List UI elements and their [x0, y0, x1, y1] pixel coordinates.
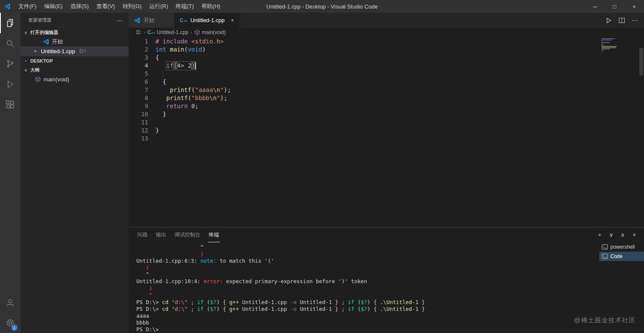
- code-line-12[interactable]: 12}: [129, 126, 644, 135]
- activity-settings-button[interactable]: 1: [0, 313, 20, 333]
- editor-scrollbar[interactable]: [639, 48, 643, 75]
- panel-tab-3[interactable]: 终端: [208, 227, 220, 242]
- terminal-token: $?: [361, 299, 367, 305]
- vscode-icon: [43, 38, 49, 45]
- explorer-icon: [5, 18, 15, 28]
- code-line-11[interactable]: 11: [129, 118, 644, 126]
- split-editor-button[interactable]: [618, 17, 625, 24]
- terminal-token: aaaa: [136, 313, 149, 319]
- terminal-token: -o: [290, 306, 296, 312]
- outline-item-main[interactable]: main(void): [20, 75, 129, 84]
- terminal-output[interactable]: ^ )Untitled-1.cpp:6:3: note: to match th…: [129, 242, 599, 333]
- more-actions-icon[interactable]: ⋯: [117, 17, 123, 24]
- breadcrumb-item-1[interactable]: C++Untitled-1.cpp: [147, 29, 188, 35]
- menu-item-5[interactable]: 运行(R): [145, 0, 172, 13]
- terminal-list-item-1[interactable]: Code: [599, 252, 644, 261]
- menu-item-4[interactable]: 转到(G): [119, 0, 146, 13]
- terminal-token: ): [136, 285, 152, 292]
- minimize-button[interactable]: ─: [585, 0, 605, 13]
- terminal-token: g++: [229, 299, 239, 305]
- new-terminal-button[interactable]: +: [597, 232, 603, 238]
- code-line-6[interactable]: 6 {: [129, 78, 644, 86]
- code-line-1[interactable]: 1# include <stdio.h>: [129, 37, 644, 46]
- terminal-dropdown-button[interactable]: ∨: [608, 232, 614, 238]
- menu-item-3[interactable]: 查看(V): [92, 0, 118, 13]
- panel-tab-bar: 问题输出调试控制台终端: [136, 227, 227, 242]
- terminal-line-7: ^: [136, 292, 599, 299]
- menu-item-0[interactable]: 文件(F): [14, 0, 40, 13]
- terminal-token: .\Untitled-1: [380, 299, 418, 305]
- terminal-token: ^: [136, 244, 204, 250]
- breadcrumb-item-2[interactable]: main(void): [194, 29, 226, 35]
- panel-tab-1[interactable]: 输出: [155, 227, 167, 242]
- code-line-10[interactable]: 10 }: [129, 110, 644, 118]
- code-line-5[interactable]: 5: [129, 70, 644, 78]
- menu-item-7[interactable]: 帮助(H): [198, 0, 224, 13]
- panel-tab-2[interactable]: 调试控制台: [174, 227, 201, 242]
- terminal-token: PS D:\>: [136, 326, 159, 333]
- close-window-button[interactable]: ×: [624, 0, 644, 13]
- breadcrumb-item-0[interactable]: D:: [136, 29, 141, 35]
- code-line-7[interactable]: 7 printf("aaaa\n");: [129, 86, 644, 94]
- minimap[interactable]: [601, 38, 618, 55]
- activity-run-debug-button[interactable]: [0, 74, 20, 95]
- tab-label: Untitled-1.cpp: [190, 17, 224, 23]
- terminal-token: Untitled-1.cpp: [239, 299, 290, 305]
- terminal-token: (: [204, 299, 210, 305]
- code-line-8[interactable]: 8 printf("bbbb\n");: [129, 94, 644, 102]
- run-debug-icon: [5, 79, 15, 89]
- code-line-13[interactable]: 13: [129, 135, 644, 143]
- editor-tab-0[interactable]: 开始: [129, 13, 175, 28]
- panel-body: ^ )Untitled-1.cpp:6:3: note: to match th…: [129, 242, 644, 333]
- panel-tab-0[interactable]: 问题: [136, 227, 148, 242]
- code-editor[interactable]: 1# include <stdio.h>2int main(void)3{4 i…: [129, 37, 644, 227]
- open-editor-item-untitled[interactable]: × Untitled-1.cpp D:\: [20, 46, 129, 56]
- terminal-token: bbbb: [136, 319, 149, 326]
- indent-guide: [163, 70, 163, 78]
- menu-item-1[interactable]: 编辑(E): [40, 0, 66, 13]
- activity-source-control-button[interactable]: [0, 54, 20, 74]
- code-line-3[interactable]: 3{: [129, 54, 644, 62]
- terminal-token: "d:\": [172, 306, 188, 312]
- menu-item-6[interactable]: 终端(T): [172, 0, 198, 13]
- close-editor-icon[interactable]: ×: [32, 49, 38, 54]
- minimap-line: [601, 38, 615, 39]
- editor-group: 开始C++Untitled-1.cpp× ⋯ D:›C++Untitled-1.…: [129, 13, 644, 333]
- maximize-panel-button[interactable]: ∧: [620, 232, 626, 238]
- activity-explorer-button[interactable]: [0, 13, 20, 33]
- editor-tabs: 开始C++Untitled-1.cpp×: [129, 13, 239, 28]
- maximize-button[interactable]: □: [605, 0, 624, 13]
- more-actions-button[interactable]: ⋯: [632, 17, 638, 24]
- code-token: <stdio.h>: [191, 38, 224, 45]
- run-button[interactable]: [605, 17, 612, 24]
- editor-tab-1[interactable]: C++Untitled-1.cpp×: [175, 13, 239, 28]
- terminal-token: }: [418, 299, 425, 305]
- close-panel-button[interactable]: ×: [631, 232, 637, 238]
- window-controls: ─ □ ×: [585, 0, 644, 13]
- minimap-line: [601, 40, 612, 40]
- minimap-line: [601, 41, 602, 42]
- code-text: }: [163, 110, 166, 118]
- code-line-4[interactable]: 4 if(4> 2): [129, 62, 644, 70]
- activity-extensions-button[interactable]: [0, 95, 20, 115]
- code-text: # include <stdio.h>: [155, 37, 224, 46]
- indent: [155, 110, 163, 118]
- open-editor-item-start[interactable]: 开始: [20, 37, 129, 46]
- code-text: return 0;: [166, 102, 198, 110]
- terminal-line-4: ^: [136, 271, 599, 278]
- terminal-list-item-0[interactable]: powershell: [599, 242, 644, 252]
- terminal-token: g++: [229, 306, 239, 312]
- minimap-line: [601, 46, 617, 47]
- activity-account-button[interactable]: [0, 292, 20, 313]
- code-line-2[interactable]: 2int main(void): [129, 46, 644, 54]
- terminal-line-10: aaaa: [136, 313, 599, 319]
- close-tab-icon[interactable]: ×: [231, 17, 234, 23]
- open-editors-section-header[interactable]: ∨ 打开的编辑器: [20, 28, 129, 37]
- activity-search-button[interactable]: [0, 33, 20, 54]
- code-text: printf("aaaa\n");: [170, 86, 231, 94]
- code-line-9[interactable]: 9 return 0;: [129, 102, 644, 110]
- outline-section-header[interactable]: ∨ 大纲: [20, 65, 129, 75]
- menu-item-2[interactable]: 选择(S): [66, 0, 92, 13]
- symbol-icon: [194, 29, 200, 35]
- desktop-folder-section-header[interactable]: › DESKTOP: [20, 56, 129, 65]
